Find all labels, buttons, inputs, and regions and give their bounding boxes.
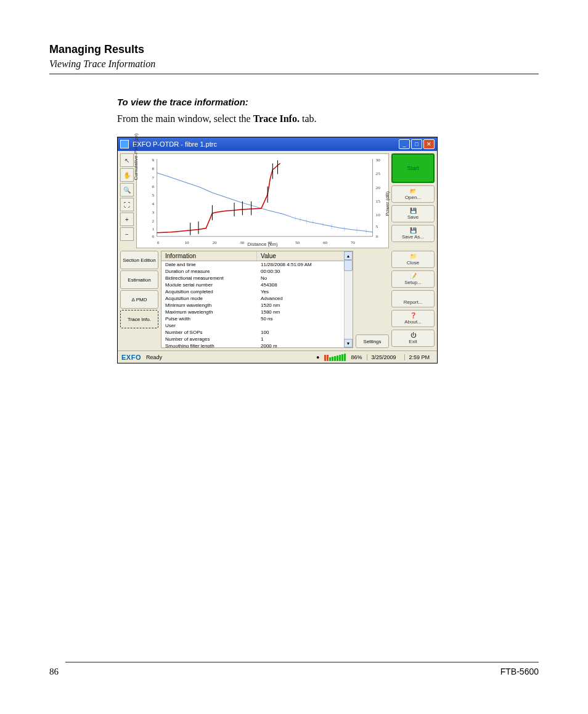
info-key: Acquisition completed (161, 288, 257, 295)
svg-text:4: 4 (152, 201, 154, 206)
table-row[interactable]: Smoothing filter length2000 m (161, 343, 353, 347)
report-icon (409, 293, 417, 299)
info-key: User (161, 322, 257, 329)
svg-text:3: 3 (152, 210, 154, 215)
trace-chart[interactable]: 9876543210 302520151050 010203040506070 (136, 153, 389, 248)
report-label: Report... (404, 299, 423, 305)
save-as-icon: 💾 (409, 227, 417, 233)
setup-label: Setup... (404, 280, 422, 285)
zoom-tool-icon[interactable]: 🔍 (120, 183, 134, 197)
status-date: 3/25/2009 (367, 354, 399, 360)
svg-text:2: 2 (152, 219, 154, 224)
info-value: 1520 nm (257, 302, 353, 309)
table-row[interactable]: User (161, 322, 353, 329)
svg-text:60: 60 (323, 240, 328, 245)
about-button[interactable]: ❓About... (391, 310, 435, 327)
info-value (257, 322, 353, 329)
zoom-fit-icon[interactable]: ⛶ (120, 198, 134, 211)
scroll-up-icon[interactable]: ▲ (344, 251, 353, 260)
zoom-out-icon[interactable]: − (120, 227, 134, 241)
open-button[interactable]: 📂Open... (391, 185, 435, 203)
exit-label: Exit (409, 339, 417, 344)
instruction-pre: From the main window, select the (117, 113, 253, 124)
info-key: Date and time (161, 261, 257, 268)
table-row[interactable]: Date and time11/28/2008 4:51:09 AM (161, 261, 353, 268)
info-value: 100 (257, 329, 353, 336)
table-row[interactable]: Pulse width50 ns (161, 315, 353, 322)
settings-button[interactable]: Settings (356, 335, 389, 348)
save-label: Save (407, 214, 419, 220)
info-key: Number of SOPs (161, 329, 257, 336)
save-as-label: Save As... (402, 234, 424, 240)
header-rule (49, 73, 539, 75)
scroll-down-icon[interactable]: ▼ (344, 339, 353, 347)
close-file-label: Close (407, 260, 419, 266)
info-key: Module serial number (161, 282, 257, 288)
table-row[interactable]: Duration of measure00:00:30 (161, 268, 353, 275)
tab-delta-pmd[interactable]: Δ PMD (120, 290, 158, 309)
report-button[interactable]: Report... (391, 290, 435, 307)
status-bar: EXFO Ready ● 86% 3/25/2009 2:59 PM (118, 351, 437, 363)
info-value: 50 ns (257, 315, 353, 322)
info-value: 1 (257, 336, 353, 343)
minimize-button[interactable]: _ (399, 139, 410, 149)
y-axis-right-label: Power (dB) (385, 191, 390, 216)
table-row[interactable]: Minimum wavelength1520 nm (161, 302, 353, 309)
scrollbar-thumb[interactable] (344, 260, 353, 271)
action-panel-upper: Start 📂Open... 💾Save 💾Save As... (391, 153, 435, 248)
info-value: 454308 (257, 282, 353, 288)
instruction-bold: Trace Info. (253, 113, 300, 124)
status-ready: Ready (146, 354, 311, 360)
maximize-button[interactable]: □ (411, 139, 422, 149)
tab-estimation[interactable]: Estimation (120, 270, 158, 289)
tab-section-edition[interactable]: Section Edition (120, 251, 158, 269)
close-button[interactable]: ✕ (423, 139, 435, 149)
folder-icon: 📁 (409, 253, 417, 259)
window-title: EXFO P-OTDR - fibre 1.ptrc (133, 140, 399, 148)
svg-text:20: 20 (212, 240, 217, 245)
table-row[interactable]: Module serial number454308 (161, 282, 353, 288)
tab-column: Section Edition Estimation Δ PMD Trace I… (120, 251, 158, 348)
save-button[interactable]: 💾Save (391, 205, 435, 222)
zoom-in-icon[interactable]: + (120, 213, 134, 226)
save-as-button[interactable]: 💾Save As... (391, 225, 435, 242)
table-row[interactable]: Number of averages1 (161, 336, 353, 343)
table-row[interactable]: Acquisition completedYes (161, 288, 353, 295)
open-label: Open... (405, 195, 421, 200)
y-axis-left-label: Cumulative PMD (ps) (133, 133, 139, 180)
tab-trace-info[interactable]: Trace Info. (120, 310, 158, 328)
svg-text:0: 0 (157, 240, 160, 245)
info-header-value[interactable]: Value (257, 251, 353, 261)
svg-text:9: 9 (152, 158, 154, 163)
exit-button[interactable]: ⏻Exit (391, 330, 435, 347)
trace-info-panel: Information Value Date and time11/28/200… (161, 251, 353, 348)
svg-text:30: 30 (240, 240, 245, 245)
help-icon: ❓ (409, 312, 417, 318)
close-file-button[interactable]: 📁Close (391, 251, 435, 268)
status-indicator-icon: ● (316, 354, 319, 360)
svg-text:5: 5 (152, 193, 154, 198)
setup-button[interactable]: 📝Setup... (391, 270, 435, 288)
table-row[interactable]: Acquisition modeAdvanced (161, 295, 353, 302)
svg-text:7: 7 (152, 176, 154, 181)
pointer-tool-icon[interactable]: ↖ (120, 153, 134, 167)
folder-open-icon: 📂 (409, 188, 417, 194)
start-button[interactable]: Start (391, 153, 435, 183)
tool-strip: ↖ ✋ 🔍 ⛶ + − (120, 153, 134, 248)
info-key: Maximum wavelength (161, 309, 257, 315)
info-value: Yes (257, 288, 353, 295)
hand-tool-icon[interactable]: ✋ (120, 168, 134, 182)
instruction-heading: To view the trace information: (117, 97, 539, 107)
info-header-information[interactable]: Information (161, 251, 257, 261)
instruction-text: From the main window, select the Trace I… (117, 113, 539, 124)
table-row[interactable]: Maximum wavelength1580 nm (161, 309, 353, 315)
svg-text:0: 0 (152, 234, 154, 239)
instruction-post: tab. (300, 113, 317, 124)
info-key: Bidirectional measurement (161, 275, 257, 282)
table-row[interactable]: Number of SOPs100 (161, 329, 353, 336)
table-row[interactable]: Bidirectional measurementNo (161, 275, 353, 282)
svg-text:10: 10 (376, 213, 381, 217)
svg-text:20: 20 (376, 185, 381, 190)
page-number: 86 (49, 667, 59, 677)
info-value: 11/28/2008 4:51:09 AM (257, 261, 353, 268)
